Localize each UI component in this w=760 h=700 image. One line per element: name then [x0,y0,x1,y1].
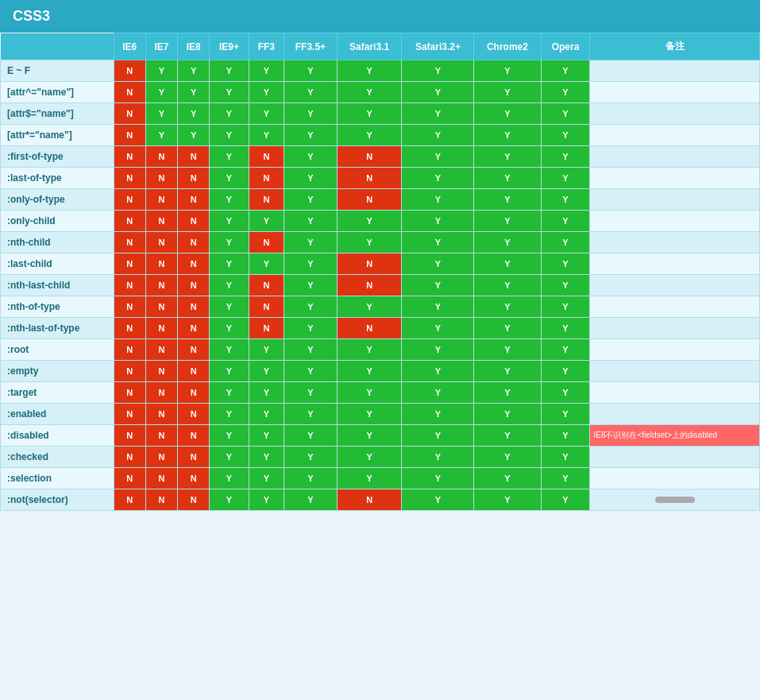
cell-11-3: Y [210,296,249,318]
cell-18-3: Y [210,447,249,468]
cell-16-1: N [145,404,177,425]
cell-13-1: N [145,339,177,361]
cell-4-0: N [114,146,145,168]
row-label: :last-of-type [1,168,114,189]
cell-0-8: Y [474,60,541,82]
cell-16-8: Y [474,404,541,425]
cell-3-1: Y [145,125,177,146]
cell-17-7: Y [402,425,474,447]
row-note [590,253,760,275]
table-row: :only-childNNNYYYYYYY [1,211,760,232]
cell-5-8: Y [474,168,541,189]
cell-11-2: N [178,296,210,318]
cell-4-9: Y [541,146,590,168]
table-row: :only-of-typeNNNYNYNYYY [1,189,760,211]
cell-13-0: N [114,339,145,361]
cell-13-2: N [178,339,210,361]
row-note [590,232,760,253]
row-label: :enabled [1,404,114,425]
cell-8-2: N [178,232,210,253]
row-note [590,339,760,361]
cell-17-2: N [178,425,210,447]
cell-0-3: Y [210,60,249,82]
cell-8-5: Y [284,232,338,253]
cell-2-8: Y [474,103,541,125]
table-row: :nth-last-childNNNYNYNYYY [1,275,760,296]
cell-18-1: N [145,447,177,468]
cell-17-6: Y [337,425,402,447]
table-row: :last-of-typeNNNYNYNYYY [1,168,760,189]
cell-13-9: Y [541,339,590,361]
cell-6-6: N [337,189,402,211]
cell-9-4: Y [249,253,284,275]
cell-2-7: Y [402,103,474,125]
cell-16-3: Y [210,404,249,425]
row-note [590,211,760,232]
cell-1-9: Y [541,82,590,103]
cell-0-0: N [114,60,145,82]
cell-5-7: Y [402,168,474,189]
cell-15-4: Y [249,382,284,404]
cell-20-8: Y [474,489,541,511]
cell-15-1: N [145,382,177,404]
table-row: [attr^="name"]NYYYYYYYYY [1,82,760,103]
cell-1-8: Y [474,82,541,103]
cell-13-3: Y [210,339,249,361]
row-note [590,82,760,103]
header-opera: Opera [541,33,590,60]
cell-11-0: N [114,296,145,318]
table-row: :enabledNNNYYYYYYY [1,404,760,425]
table-row: :not(selector)NNNYYYNYYY [1,489,760,511]
row-label: :only-of-type [1,189,114,211]
cell-20-7: Y [402,489,474,511]
cell-20-5: Y [284,489,338,511]
cell-16-7: Y [402,404,474,425]
cell-7-8: Y [474,211,541,232]
cell-12-6: N [337,318,402,339]
header-ff3: FF3 [249,33,284,60]
table-row: :checkedNNNYYYYYYY [1,447,760,468]
cell-11-5: Y [284,296,338,318]
cell-5-3: Y [210,168,249,189]
cell-14-9: Y [541,361,590,382]
header-ie9: IE9+ [210,33,249,60]
cell-17-9: Y [541,425,590,447]
cell-10-0: N [114,275,145,296]
cell-0-4: Y [249,60,284,82]
cell-15-6: Y [337,382,402,404]
cell-1-1: Y [145,82,177,103]
cell-15-0: N [114,382,145,404]
cell-3-9: Y [541,125,590,146]
cell-12-3: Y [210,318,249,339]
cell-9-2: N [178,253,210,275]
table-row: :selectionNNNYYYYYYY [1,468,760,489]
row-label: :target [1,382,114,404]
cell-12-2: N [178,318,210,339]
row-note [590,296,760,318]
cell-2-6: Y [337,103,402,125]
cell-2-5: Y [284,103,338,125]
cell-9-0: N [114,253,145,275]
cell-2-3: Y [210,103,249,125]
cell-19-0: N [114,468,145,489]
cell-12-5: Y [284,318,338,339]
cell-17-4: Y [249,425,284,447]
cell-9-6: N [337,253,402,275]
page-title: CSS3 [13,8,50,24]
cell-7-3: Y [210,211,249,232]
table-row: [attr$="name"]NYYYYYYYYY [1,103,760,125]
table-row: :nth-of-typeNNNYNYYYYY [1,296,760,318]
cell-20-9: Y [541,489,590,511]
header-ie7: IE7 [145,33,177,60]
cell-4-7: Y [402,146,474,168]
cell-3-7: Y [402,125,474,146]
cell-4-4: N [249,146,284,168]
cell-19-4: Y [249,468,284,489]
cell-10-6: N [337,275,402,296]
cell-8-8: Y [474,232,541,253]
header-row: IE6 IE7 IE8 IE9+ FF3 FF3.5+ Safari3.1 Sa… [1,33,760,60]
cell-10-4: N [249,275,284,296]
cell-0-2: Y [178,60,210,82]
cell-6-1: N [145,189,177,211]
row-label: :selection [1,468,114,489]
